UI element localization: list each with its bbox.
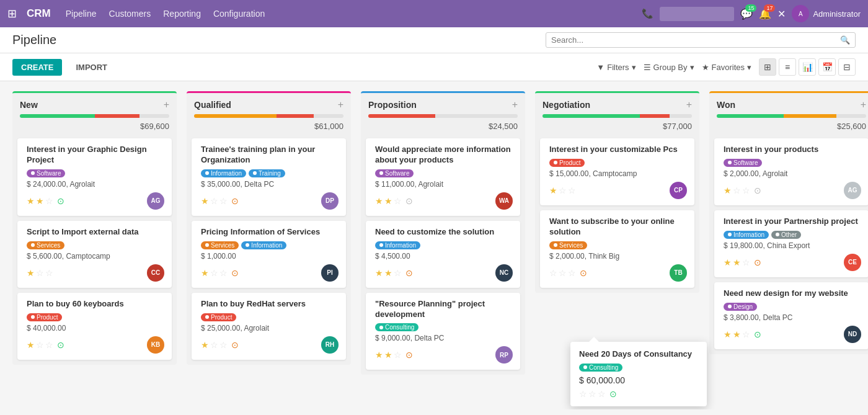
card-stars: ★★☆ (375, 268, 402, 278)
card-avatar: TB (670, 264, 687, 282)
kanban-card[interactable]: Interest in your customizable Pcs Produc… (540, 138, 694, 205)
kanban-card[interactable]: Script to Import external data Services … (17, 221, 172, 288)
filters-chevron: ▾ (632, 63, 636, 72)
kanban-card[interactable]: Plan to buy 60 keyboards Product $ 40,00… (17, 293, 172, 360)
card-stars: ★☆☆ (201, 340, 228, 350)
kanban-view-button[interactable]: ⊞ (759, 58, 776, 76)
status-icon: ⊙ (580, 268, 587, 278)
card-tag: Product (549, 159, 585, 167)
search-icon: 🔍 (840, 35, 850, 45)
kanban-card[interactable]: "Resource Planning" project development … (366, 293, 520, 370)
column-progress (368, 114, 518, 118)
card-footer: ★★☆ ⊙ ND (724, 326, 861, 343)
kanban-card[interactable]: Would appreciate more information about … (366, 138, 520, 216)
progress-segment (277, 114, 314, 118)
popup-footer: ☆ ☆ ☆ ⊙ (579, 389, 698, 399)
progress-segment (640, 114, 670, 118)
calendar-view-button[interactable]: 📅 (818, 58, 836, 76)
column-title: Proposition (368, 100, 417, 110)
status-icon: ⊙ (231, 196, 239, 206)
admin-menu[interactable]: A Administrator (792, 5, 861, 22)
card-title: Interest in your products (724, 145, 861, 155)
column-add-button[interactable]: + (686, 99, 692, 110)
kanban-card[interactable]: Pricing Information of Services Services… (192, 221, 346, 288)
card-tag: Training (249, 169, 285, 177)
card-tag: Services (27, 241, 64, 249)
column-amount: $25,600 (709, 120, 868, 136)
progress-segment (784, 114, 836, 118)
filters-button[interactable]: ▼ Filters ▾ (596, 63, 636, 72)
page-title: Pipeline (12, 33, 56, 47)
kanban-board: New + $69,600 Interest in your Graphic D… (0, 81, 868, 409)
kanban-card[interactable]: Want to subscribe to your online solutio… (540, 210, 694, 288)
kanban-card[interactable]: Interest in your products Software $ 2,0… (714, 138, 868, 205)
list-view-button[interactable]: ≡ (779, 58, 796, 76)
groupby-button[interactable]: ☰ Group By ▾ (644, 63, 694, 72)
kanban-card[interactable]: Interest in your Graphic Design Project … (17, 138, 172, 216)
card-avatar: PI (321, 264, 339, 282)
column-add-button[interactable]: + (338, 99, 343, 110)
column-cards: Interest in your customizable Pcs Produc… (535, 136, 699, 293)
card-title: Interest in your Graphic Design Project (27, 145, 164, 166)
card-avatar: RH (321, 336, 339, 354)
column-progress (20, 114, 169, 118)
filter-icon: ▼ (596, 63, 604, 72)
column-progress (717, 114, 866, 118)
nav-search[interactable] (660, 7, 734, 21)
card-title: Interest in your customizable Pcs (549, 145, 687, 155)
card-amount: $ 15,000.00, Camptocamp (549, 169, 687, 178)
column-add-button[interactable]: + (512, 99, 518, 110)
card-title: "Resource Planning" project development (375, 299, 513, 320)
search-bar[interactable]: 🔍 (546, 32, 856, 48)
progress-segment (368, 114, 435, 118)
card-tag: Other (771, 231, 801, 239)
create-button[interactable]: CREATE (12, 59, 62, 76)
menu-reporting[interactable]: Reporting (163, 9, 201, 19)
favorites-chevron: ▾ (747, 63, 751, 72)
apps-icon[interactable]: ⊞ (7, 7, 17, 20)
column-qualified: Qualified + $61,000 Trainee's training p… (187, 91, 351, 365)
card-avatar: KB (147, 336, 164, 354)
card-amount: $ 25,000.00, Agrolait (201, 324, 339, 332)
kanban-card[interactable]: Interest in your Partnership project Inf… (714, 210, 868, 277)
popup-card[interactable]: Need 20 Days of Consultancy Consulting $… (570, 342, 707, 406)
popup-title: Need 20 Days of Consultancy (579, 349, 698, 360)
column-header: Proposition + (361, 93, 525, 114)
column-amount: $24,500 (361, 120, 525, 136)
menu-configuration[interactable]: Configuration (213, 9, 265, 19)
phone-icon[interactable]: 📞 (642, 8, 653, 19)
search-input[interactable] (551, 35, 840, 45)
card-tag: Product (27, 313, 62, 321)
card-stars: ★☆☆ (27, 340, 53, 350)
card-footer: ★☆☆ ⊙ PI (201, 264, 339, 282)
card-tag: Software (724, 159, 762, 167)
card-title: Plan to buy 60 keyboards (27, 299, 164, 310)
kanban-card[interactable]: Plan to buy RedHat servers Product $ 25,… (192, 293, 346, 360)
card-tags: Information Training (201, 169, 339, 177)
star-icon: ★ (702, 63, 709, 72)
card-tag: Product (201, 313, 236, 321)
kanban-card[interactable]: Need new design for my website Design $ … (714, 282, 868, 349)
chart-view-button[interactable]: 📊 (799, 58, 816, 76)
close-icon[interactable]: ✕ (777, 8, 786, 20)
import-button[interactable]: IMPORT (67, 59, 116, 76)
column-add-button[interactable]: + (164, 99, 169, 110)
kanban-card[interactable]: Trainee's training plan in your Organiza… (192, 138, 346, 216)
card-tag: Design (724, 303, 757, 311)
card-footer: ★★☆ ⊙ NC (375, 264, 513, 282)
column-add-button[interactable]: + (861, 99, 866, 110)
column-amount: $69,600 (12, 120, 177, 136)
menu-pipeline[interactable]: Pipeline (66, 9, 97, 19)
card-amount: $ 9,000.00, Delta PC (375, 334, 513, 342)
progress-segment (194, 114, 277, 118)
kanban-card[interactable]: Need to customize the solution Informati… (366, 221, 520, 288)
grid-view-button[interactable]: ⊟ (838, 58, 856, 76)
bell-icon-wrap: 🔔 17 (759, 8, 771, 20)
card-footer: ★☆☆ ⊙ KB (27, 336, 164, 354)
favorites-button[interactable]: ★ Favorites ▾ (702, 63, 751, 72)
card-avatar: AG (844, 182, 861, 199)
card-stars: ★★☆ (375, 196, 402, 206)
toolbar-right: ▼ Filters ▾ ☰ Group By ▾ ★ Favorites ▾ ⊞… (596, 58, 856, 76)
card-footer: ★★☆ ⊙ WA (375, 192, 513, 210)
menu-customers[interactable]: Customers (109, 9, 151, 19)
